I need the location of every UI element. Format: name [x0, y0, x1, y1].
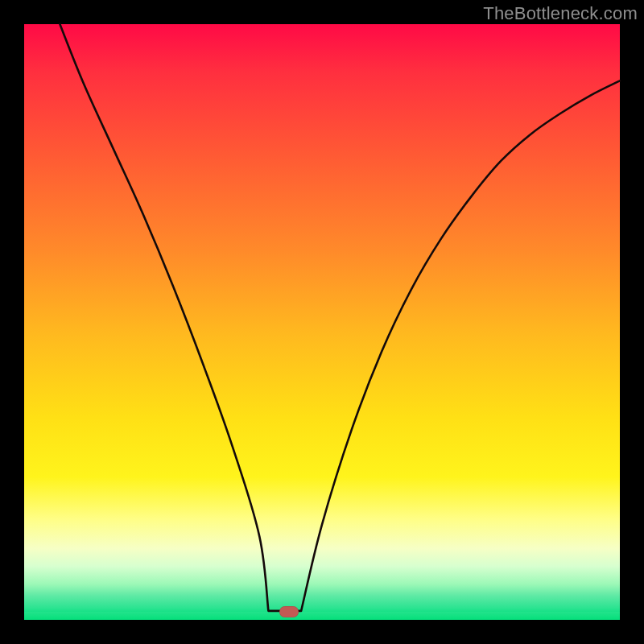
watermark-text: TheBottleneck.com	[483, 3, 638, 24]
curve-svg	[24, 24, 620, 620]
optimum-marker	[279, 606, 299, 617]
plot-area	[24, 24, 620, 620]
chart-frame: TheBottleneck.com	[0, 0, 644, 644]
bottleneck-curve	[60, 24, 620, 611]
